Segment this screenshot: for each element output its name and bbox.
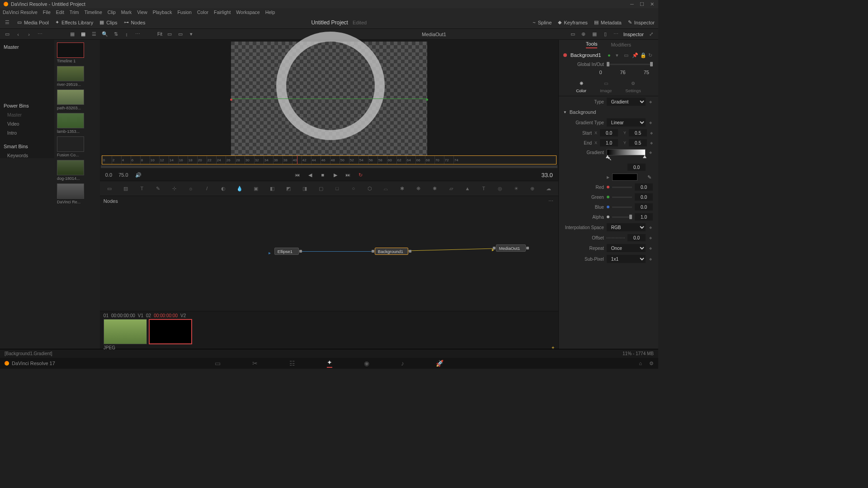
- menu-mark[interactable]: Mark: [121, 9, 132, 15]
- menu-workspace[interactable]: Workspace: [236, 9, 259, 15]
- end-y-input[interactable]: [629, 139, 647, 146]
- clip-item[interactable]: Timeline 1: [57, 42, 84, 63]
- clips-button[interactable]: ▦Clips: [99, 19, 117, 25]
- merge-tool-icon[interactable]: ▣: [252, 184, 260, 192]
- media-page-icon[interactable]: ▭: [215, 360, 221, 367]
- blue-slider[interactable]: [612, 206, 632, 208]
- node-background[interactable]: Background1: [375, 248, 408, 255]
- background-section[interactable]: ▼ Background: [559, 107, 658, 117]
- play-reverse-icon[interactable]: ◀: [307, 171, 314, 178]
- subtab-color[interactable]: ❋Color: [576, 79, 586, 93]
- image-plane-tool-icon[interactable]: ▱: [447, 184, 455, 192]
- more-icon[interactable]: ⋯: [36, 31, 43, 38]
- lock-icon[interactable]: 🔒: [640, 52, 646, 58]
- filter-icon[interactable]: ⇅: [112, 31, 119, 38]
- keyframe-icon[interactable]: ◆: [648, 100, 653, 104]
- time-ruler[interactable]: 0246810121416182022242628303234363840424…: [102, 155, 557, 164]
- red-slider[interactable]: [612, 187, 632, 188]
- menu-edit[interactable]: Edit: [56, 9, 64, 15]
- edit-page-icon[interactable]: ☷: [289, 360, 295, 367]
- clip-thumb[interactable]: [104, 319, 147, 344]
- alpha-input[interactable]: [635, 213, 653, 221]
- interp-select[interactable]: RGB: [607, 223, 646, 231]
- keywords-bin[interactable]: Keywords: [3, 151, 52, 160]
- subtab-image[interactable]: ▭Image: [600, 79, 612, 93]
- thumb-view-icon[interactable]: ▦: [80, 31, 87, 38]
- bin-item[interactable]: Video: [3, 119, 52, 128]
- keyframe-icon[interactable]: ◆: [650, 141, 653, 145]
- chevron-right-icon[interactable]: ▶: [607, 175, 609, 179]
- menu-fairlight[interactable]: Fairlight: [214, 9, 231, 15]
- camera-tool-icon[interactable]: ◎: [496, 184, 504, 192]
- blur-tool-icon[interactable]: 💧: [236, 184, 244, 192]
- gradient-type-select[interactable]: Linear: [607, 118, 646, 127]
- blue-input[interactable]: [635, 203, 653, 211]
- fastnoise-tool-icon[interactable]: ▨: [122, 184, 130, 192]
- end-x-input[interactable]: [600, 139, 618, 146]
- nodes-button[interactable]: ⊶Nodes: [124, 19, 146, 25]
- eyedropper-icon[interactable]: ✎: [646, 174, 653, 181]
- cut-page-icon[interactable]: ✂: [252, 360, 258, 367]
- menu-file[interactable]: File: [43, 9, 51, 15]
- transform-tool-icon[interactable]: ◧: [268, 184, 276, 192]
- options-icon[interactable]: ⋯: [134, 31, 141, 38]
- fit-label[interactable]: Fit: [157, 32, 162, 37]
- first-frame-icon[interactable]: ⏮: [294, 171, 301, 178]
- gradient-line[interactable]: [231, 99, 427, 99]
- menu-fusion[interactable]: Fusion: [177, 9, 192, 15]
- tracker-tool-icon[interactable]: ⊹: [170, 184, 179, 192]
- alpha-slider[interactable]: [612, 216, 632, 218]
- sort-icon[interactable]: ↕: [123, 31, 130, 38]
- inspector-expand-icon[interactable]: ⤢: [647, 31, 655, 38]
- gradient-position-input[interactable]: [627, 164, 646, 171]
- rectangle-tool-icon[interactable]: □: [333, 184, 341, 192]
- playhead[interactable]: [297, 155, 297, 164]
- color-tool-icon[interactable]: ◐: [219, 184, 227, 192]
- forward-icon[interactable]: ›: [25, 31, 33, 38]
- text-tool-icon[interactable]: T: [138, 184, 146, 192]
- enable-icon[interactable]: ●: [608, 52, 613, 58]
- deliver-page-icon[interactable]: 🚀: [436, 360, 443, 367]
- pin-icon[interactable]: 📌: [632, 52, 637, 58]
- view-global-icon[interactable]: ⊕: [580, 31, 587, 38]
- library-icon[interactable]: ☰: [4, 19, 11, 26]
- red-input[interactable]: [635, 183, 653, 191]
- keyframe-icon[interactable]: ◆: [650, 131, 653, 135]
- menu-trim[interactable]: Trim: [70, 9, 79, 15]
- tab-modifiers[interactable]: Modifiers: [611, 42, 631, 47]
- keyframe-icon[interactable]: ◆: [648, 150, 653, 155]
- matte-tool-icon[interactable]: ◩: [284, 184, 292, 192]
- metadata-button[interactable]: ▤Metadata: [594, 19, 622, 25]
- list-view-icon[interactable]: ☰: [90, 31, 98, 38]
- back-icon[interactable]: ‹: [14, 31, 22, 38]
- effects-library-button[interactable]: ✦Effects Library: [55, 19, 93, 25]
- clip-item[interactable]: path-83203...: [57, 89, 84, 110]
- view-grid-icon[interactable]: ▦: [591, 31, 598, 38]
- render3d-tool-icon[interactable]: ☁: [545, 184, 553, 192]
- bspline-tool-icon[interactable]: ⌓: [382, 184, 390, 192]
- viewer[interactable]: [100, 40, 558, 155]
- offset-input[interactable]: [627, 234, 646, 241]
- clip-item[interactable]: dog-18014...: [57, 160, 84, 181]
- green-slider[interactable]: [612, 197, 632, 198]
- power-bins-header[interactable]: Power Bins: [3, 101, 52, 110]
- green-input[interactable]: [635, 193, 653, 201]
- subtab-settings[interactable]: ⚙Settings: [625, 79, 641, 93]
- color-page-icon[interactable]: ◉: [364, 360, 369, 367]
- background-tool-icon[interactable]: ▭: [105, 184, 113, 192]
- loop-icon[interactable]: ↻: [357, 171, 364, 178]
- repeat-select[interactable]: Once: [607, 244, 646, 252]
- menu-playback[interactable]: Playback: [153, 9, 172, 15]
- offset-slider[interactable]: [607, 237, 625, 239]
- tab-tools[interactable]: Tools: [586, 41, 598, 48]
- menu-view[interactable]: View: [137, 9, 147, 15]
- particles-tool-icon[interactable]: ✱: [398, 184, 406, 192]
- type-select[interactable]: Gradient: [607, 98, 646, 106]
- keyframes-button[interactable]: ◆Keyframes: [558, 19, 588, 25]
- stop-icon[interactable]: ■: [319, 171, 326, 178]
- global-inout-slider[interactable]: [607, 64, 653, 65]
- bin-item[interactable]: Master: [3, 110, 52, 119]
- fairlight-page-icon[interactable]: ♪: [401, 360, 404, 367]
- view-split-icon[interactable]: ▯: [602, 31, 609, 38]
- view-more-icon[interactable]: ⋯: [613, 31, 620, 38]
